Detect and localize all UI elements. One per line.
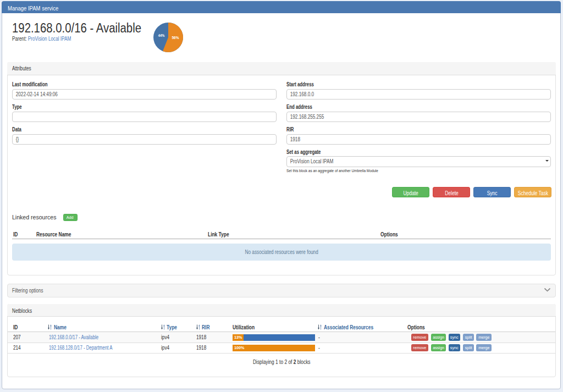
svg-text:56%: 56% <box>172 36 179 40</box>
svg-text:44%: 44% <box>158 34 165 37</box>
